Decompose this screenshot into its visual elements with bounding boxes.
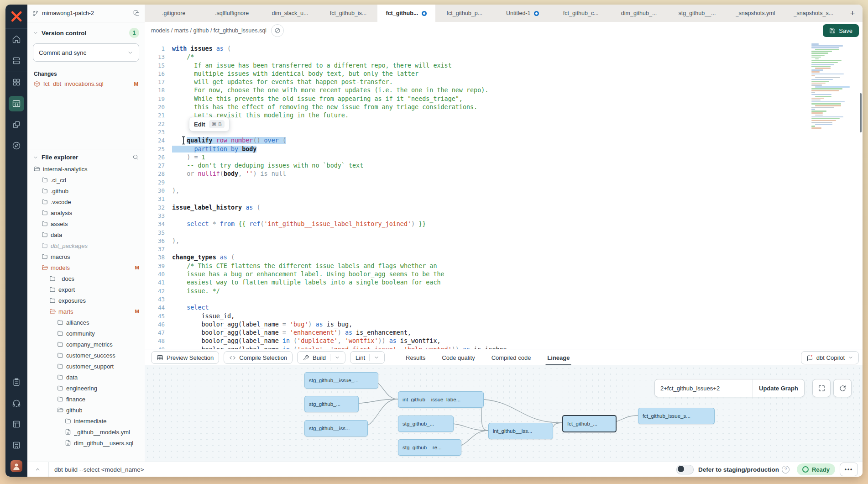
code-line-41[interactable]: 41 easiest way to flatten multiple label… (145, 279, 863, 287)
code-line-45[interactable]: 45 issue_id, (145, 312, 863, 321)
code-line-21[interactable]: 21 Let's revisit this modeling in the fu… (145, 111, 863, 120)
code-line-15[interactable]: 15 If an issue has been transferred to a… (145, 62, 863, 70)
folder-macros[interactable]: macros (27, 251, 145, 262)
code-line-32[interactable]: 32issue_label_history as ( (145, 204, 863, 212)
folder-alliances[interactable]: alliances (27, 317, 145, 328)
tab-_snapshots_s-[interactable]: _snapshots_s... (784, 5, 842, 22)
lint-button[interactable]: Lint (350, 351, 385, 364)
code-line-24[interactable]: 24 qualify row_number() over ( (145, 137, 863, 145)
new-tab-button[interactable]: + (842, 5, 863, 22)
folder-community[interactable]: community (27, 328, 145, 339)
code-line-31[interactable]: 31 (145, 195, 863, 203)
command-input[interactable]: dbt build --select <model_name> (49, 466, 676, 473)
folder-customer_support[interactable]: customer_support (27, 361, 145, 372)
dbt-logo[interactable] (5, 5, 27, 29)
update-graph-button[interactable]: Update Graph (753, 379, 804, 397)
ide-icon-active[interactable] (5, 93, 27, 114)
code-line-35[interactable]: 35 (145, 229, 863, 237)
tab-lineage[interactable]: Lineage (547, 349, 570, 366)
save-button[interactable]: Save (823, 24, 859, 37)
code-line-38[interactable]: 38change_types as ( (145, 253, 863, 262)
code-line-22[interactable]: 22 (145, 120, 863, 128)
file-dim_github__users-sql[interactable]: dim_github__users.sql (27, 437, 145, 448)
folder-analysis[interactable]: analysis (27, 207, 145, 218)
dashboard-icon[interactable] (5, 72, 27, 93)
editor-scrollbar[interactable] (860, 93, 862, 132)
changelog-icon[interactable] (5, 372, 27, 393)
support-headset-icon[interactable] (5, 393, 27, 414)
code-line-29[interactable]: 29 (145, 179, 863, 187)
code-line-13[interactable]: 13 /* (145, 53, 863, 61)
folder-customer_success[interactable]: customer_success (27, 350, 145, 361)
lineage-node-n2[interactable]: stg_github_... (304, 396, 359, 412)
edit-popup[interactable]: Edit ⌘ B (189, 117, 230, 132)
code-line-20[interactable]: 20 this has the effect of removing the n… (145, 103, 863, 111)
code-editor[interactable]: 1with issues as (13 /*15 If an issue has… (145, 39, 863, 349)
folder-exposures[interactable]: exposures (27, 295, 145, 306)
code-line-46[interactable]: 46 boolor_agg(label_name = 'bug') as is_… (145, 321, 863, 329)
folder-data[interactable]: data (27, 372, 145, 383)
tab-dim_slack_u-[interactable]: dim_slack_u... (261, 5, 319, 22)
code-line-27[interactable]: 27 -- don't try deduping issues with no … (145, 162, 863, 170)
refresh-graph-button[interactable] (833, 379, 852, 397)
folder-github[interactable]: github (27, 405, 145, 416)
code-line-48[interactable]: 48 boolor_agg(label_name in ('duplicate'… (145, 337, 863, 345)
tab-results[interactable]: Results (406, 349, 425, 366)
lineage-node-n9[interactable]: fct_github_issue_s... (638, 408, 715, 424)
code-line-17[interactable]: 17 will get updates for events that happ… (145, 78, 863, 86)
compare-icon[interactable] (5, 114, 27, 135)
commit-and-sync-dropdown[interactable]: Commit and sync (33, 43, 139, 62)
code-line-33[interactable]: 33 (145, 212, 863, 220)
code-line-43[interactable]: 43 (145, 295, 863, 304)
deploy-icon[interactable] (5, 50, 27, 72)
code-line-40[interactable]: 40 issue has a bug or enhancement label.… (145, 270, 863, 279)
lineage-node-n1[interactable]: stg_github__issue_... (304, 372, 378, 389)
lineage-node-n6[interactable]: stg_github__re... (398, 439, 461, 456)
branch-row[interactable]: mirnawong1-patch-2 (27, 5, 145, 22)
defer-toggle[interactable] (676, 465, 694, 474)
folder-internal-analytics[interactable]: internal-analytics (27, 163, 145, 174)
help-icon[interactable]: ? (782, 466, 790, 473)
lineage-node-n4[interactable]: int_github__issue_labe... (398, 391, 484, 408)
docs-window-icon[interactable] (5, 414, 27, 435)
folder--vscode[interactable]: .vscode (27, 196, 145, 207)
folder-company_metrics[interactable]: company_metrics (27, 339, 145, 350)
file-explorer-header[interactable]: File explorer (27, 149, 145, 163)
tab-fct_github_c-[interactable]: fct_github_c... (552, 5, 610, 22)
workspace-icon[interactable] (5, 435, 27, 456)
code-line-39[interactable]: 39 /* This CTE flattens the different is… (145, 262, 863, 270)
folder--ci_cd[interactable]: .ci_cd (27, 174, 145, 185)
tab-untitled-1[interactable]: Untitled-1 (494, 5, 552, 22)
dbt-copilot-button[interactable]: dbt Copilot (801, 351, 859, 364)
lineage-node-n8[interactable]: fct_github_... (562, 415, 617, 432)
explore-compass-icon[interactable] (5, 135, 27, 156)
collapse-panel-button[interactable] (27, 462, 49, 477)
minimap[interactable] (811, 43, 858, 129)
lineage-node-n5[interactable]: stg_github_... (398, 416, 454, 432)
tab-fct_github_p-[interactable]: fct_github_p... (435, 5, 493, 22)
build-button[interactable]: Build (297, 351, 345, 364)
lineage-node-n7[interactable]: int_github__iss... (488, 423, 553, 439)
version-control-header[interactable]: Version control 1 (27, 22, 145, 40)
changed-file-row[interactable]: fct_dbt_invocations.sql M (27, 79, 145, 89)
code-line-19[interactable]: 19 While this prevents the old issue fro… (145, 95, 863, 103)
folder-intermediate[interactable]: intermediate (27, 416, 145, 426)
code-line-28[interactable]: 28 or nullif(body, '') is null (145, 170, 863, 178)
folder--github[interactable]: .github (27, 185, 145, 196)
compile-selection-button[interactable]: Compile Selection (224, 351, 293, 364)
code-line-25[interactable]: 25 partition by body (145, 145, 863, 153)
folder-models[interactable]: modelsM (27, 262, 145, 273)
tab--sqlfluffignore[interactable]: .sqlfluffignore (203, 5, 261, 22)
view-docs-button[interactable] (271, 24, 284, 37)
code-line-34[interactable]: 34 select * from {{ ref('int_github__iss… (145, 220, 863, 228)
user-avatar[interactable] (5, 456, 27, 477)
folder-_docs[interactable]: _docs (27, 273, 145, 284)
folder-assets[interactable]: assets (27, 218, 145, 229)
file-_github__models-yml[interactable]: _github__models.yml (27, 426, 145, 437)
preview-selection-button[interactable]: Preview Selection (151, 351, 219, 364)
code-line-36[interactable]: 36), (145, 237, 863, 245)
lineage-node-n3[interactable]: stg_github__iss... (304, 420, 368, 437)
fullscreen-button[interactable] (812, 379, 831, 397)
code-line-47[interactable]: 47 boolor_agg(label_name = 'enhancement'… (145, 329, 863, 337)
selector-input[interactable]: 2+fct_github_issues+2 (655, 379, 753, 397)
